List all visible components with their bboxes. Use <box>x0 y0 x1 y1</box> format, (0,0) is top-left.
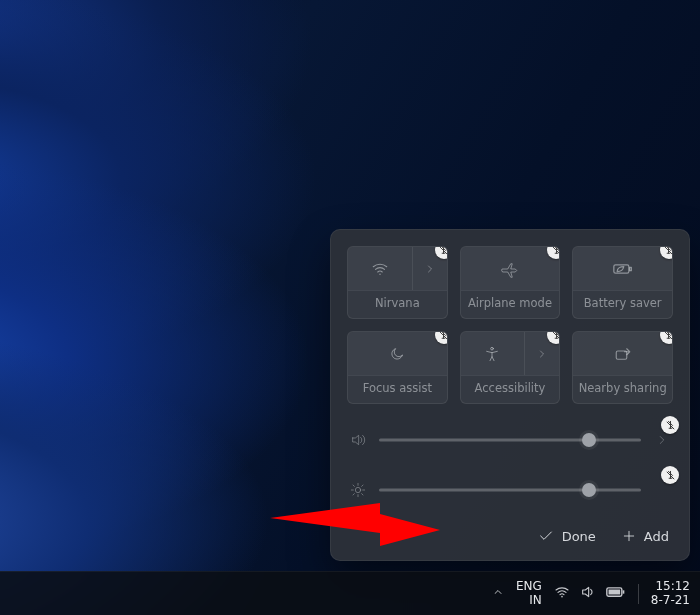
taskbar: ENG IN 15:12 8-7-21 <box>0 571 700 615</box>
accessibility-expand[interactable] <box>525 332 559 375</box>
tile-label: Accessibility <box>461 381 560 395</box>
wifi-expand[interactable] <box>413 247 447 290</box>
unpin-icon[interactable] <box>661 416 679 434</box>
brightness-slider[interactable] <box>379 483 641 497</box>
tile-nearby-sharing[interactable]: Nearby sharing <box>572 331 673 404</box>
airplane-icon <box>501 260 519 278</box>
tray-status-icons[interactable] <box>554 584 626 603</box>
done-label: Done <box>562 529 596 544</box>
tile-wifi[interactable]: Nirvana <box>347 246 448 319</box>
divider <box>638 584 639 604</box>
accessibility-toggle[interactable] <box>461 332 526 375</box>
svg-point-5 <box>355 487 360 492</box>
brightness-icon <box>349 482 367 498</box>
brightness-slider-row <box>347 476 673 504</box>
svg-rect-2 <box>629 267 631 270</box>
svg-point-0 <box>379 273 381 275</box>
speaker-icon <box>349 432 367 448</box>
unpin-icon[interactable] <box>661 466 679 484</box>
clock[interactable]: 15:12 8-7-21 <box>651 580 690 608</box>
tile-label: Airplane mode <box>461 296 560 310</box>
quick-settings-panel: Nirvana Airplane mode Ba <box>330 229 690 561</box>
chevron-right-icon <box>424 263 436 275</box>
add-label: Add <box>644 529 669 544</box>
tile-label: Focus assist <box>348 381 447 395</box>
add-button[interactable]: Add <box>618 523 673 550</box>
battery-tray-icon <box>606 585 626 602</box>
wifi-icon <box>371 260 389 278</box>
done-button[interactable]: Done <box>534 522 600 550</box>
audio-output-icon[interactable] <box>653 433 671 447</box>
tile-accessibility[interactable]: Accessibility <box>460 331 561 404</box>
tray-overflow-button[interactable] <box>492 586 504 601</box>
chevron-right-icon <box>536 348 548 360</box>
accessibility-icon <box>484 346 500 362</box>
tile-airplane-mode[interactable]: Airplane mode <box>460 246 561 319</box>
tile-battery-saver[interactable]: Battery saver <box>572 246 673 319</box>
battery-leaf-icon <box>613 261 633 277</box>
tile-focus-assist[interactable]: Focus assist <box>347 331 448 404</box>
tile-label: Nearby sharing <box>573 381 672 395</box>
quick-settings-tiles: Nirvana Airplane mode Ba <box>347 246 673 404</box>
share-icon <box>614 346 632 362</box>
svg-rect-9 <box>622 590 624 593</box>
language-indicator[interactable]: ENG IN <box>516 580 542 608</box>
plus-icon <box>622 529 636 543</box>
svg-point-3 <box>491 347 494 350</box>
moon-icon <box>389 346 405 362</box>
check-icon <box>538 528 554 544</box>
tile-label: Battery saver <box>573 296 672 310</box>
volume-slider[interactable] <box>379 433 641 447</box>
quick-settings-footer: Done Add <box>347 522 673 550</box>
volume-tray-icon <box>580 584 596 603</box>
tile-label: Nirvana <box>348 296 447 310</box>
volume-slider-row <box>347 426 673 454</box>
system-tray: ENG IN 15:12 8-7-21 <box>492 580 690 608</box>
wifi-tray-icon <box>554 584 570 603</box>
svg-point-7 <box>561 596 563 598</box>
wifi-toggle[interactable] <box>348 247 413 290</box>
svg-rect-10 <box>608 590 620 595</box>
svg-rect-1 <box>613 264 628 272</box>
